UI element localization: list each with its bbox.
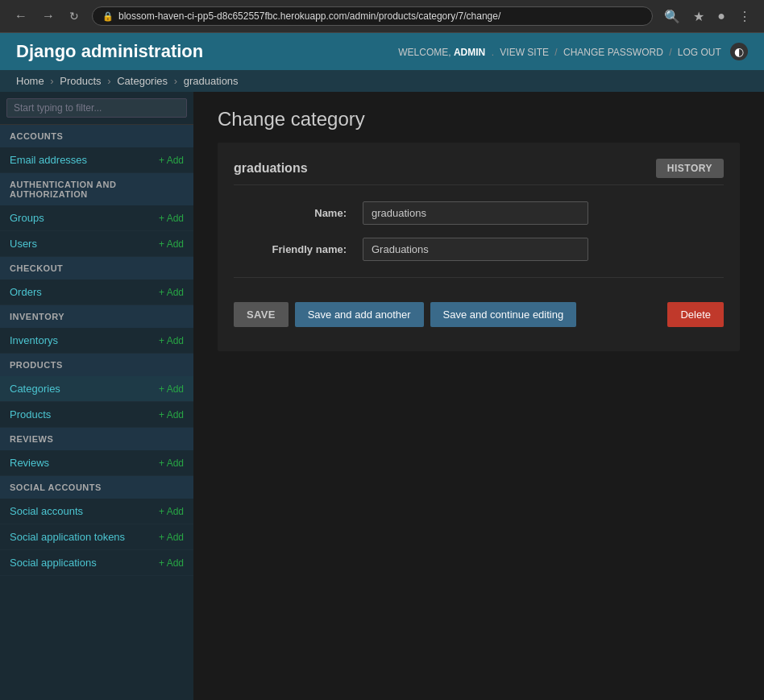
sidebar-label-social-application-tokens: Social application tokens [10, 531, 125, 543]
add-categories-link[interactable]: + Add [159, 383, 184, 395]
delete-button[interactable]: Delete [667, 302, 724, 327]
sidebar-section-checkout: CHECKOUT [0, 257, 193, 280]
log-out-link[interactable]: LOG OUT [678, 47, 721, 58]
sidebar-label-email-addresses: Email addresses [10, 154, 87, 166]
theme-toggle-button[interactable]: ◐ [730, 43, 748, 60]
content-inner: graduations HISTORY Name: Friendly name:… [218, 143, 740, 351]
back-button[interactable]: ← [10, 7, 32, 25]
add-users-link[interactable]: + Add [159, 238, 184, 250]
sidebar-section-auth: AUTHENTICATION AND AUTHORIZATION [0, 173, 193, 205]
browser-action-buttons: 🔍 ★ ● ⋮ [661, 7, 754, 26]
search-browser-button[interactable]: 🔍 [661, 7, 683, 26]
breadcrumb-current: graduations [184, 75, 239, 87]
user-info: WELCOME, ADMIN . VIEW SITE / CHANGE PASS… [398, 43, 748, 60]
sidebar-label-reviews: Reviews [10, 457, 49, 469]
sidebar-label-categories: Categories [10, 383, 60, 395]
name-label: Name: [234, 207, 347, 219]
save-and-add-button[interactable]: Save and add another [295, 302, 424, 327]
change-password-link[interactable]: CHANGE PASSWORD [563, 47, 663, 58]
welcome-text: WELCOME, [398, 47, 451, 58]
sidebar-section-social-accounts: SOCIAL ACCOUNTS [0, 476, 193, 499]
friendly-name-input[interactable] [363, 238, 588, 261]
add-orders-link[interactable]: + Add [159, 287, 184, 298]
breadcrumb-products[interactable]: Products [60, 75, 101, 87]
name-field-row: Name: [234, 201, 724, 225]
separator3: / [669, 47, 671, 58]
sidebar-item-social-application-tokens[interactable]: Social application tokens + Add [0, 524, 193, 550]
sidebar-label-social-accounts: Social accounts [10, 505, 83, 517]
sidebar: ACCOUNTS Email addresses + Add AUTHENTIC… [0, 92, 193, 700]
add-social-tokens-link[interactable]: + Add [159, 532, 184, 543]
sidebar-item-orders[interactable]: Orders + Add [0, 280, 193, 305]
sidebar-item-social-applications[interactable]: Social applications + Add [0, 550, 193, 576]
sidebar-item-reviews[interactable]: Reviews + Add [0, 450, 193, 476]
add-groups-link[interactable]: + Add [159, 213, 184, 224]
add-social-apps-link[interactable]: + Add [159, 557, 184, 569]
url-bar[interactable]: 🔒 blossom-haven-ci-pp5-d8c652557fbc.hero… [92, 6, 653, 26]
action-bar: SAVE Save and add another Save and conti… [234, 294, 724, 335]
breadcrumb-home[interactable]: Home [16, 75, 44, 87]
friendly-name-field-row: Friendly name: [234, 238, 724, 261]
object-name: graduations [234, 161, 308, 176]
object-name-bar: graduations HISTORY [234, 159, 724, 185]
sidebar-item-inventorys[interactable]: Inventorys + Add [0, 328, 193, 354]
profile-button[interactable]: ● [714, 7, 729, 25]
separator1: . [492, 47, 494, 58]
add-email-addresses-link[interactable]: + Add [159, 155, 184, 166]
sidebar-item-groups[interactable]: Groups + Add [0, 205, 193, 231]
breadcrumb-sep1: › [50, 75, 53, 87]
view-site-link[interactable]: VIEW SITE [500, 47, 549, 58]
breadcrumb-sep2: › [107, 75, 110, 87]
sidebar-section-products: PRODUCTS [0, 354, 193, 376]
history-button[interactable]: HISTORY [656, 159, 724, 178]
sidebar-item-email-addresses[interactable]: Email addresses + Add [0, 147, 193, 173]
sidebar-item-categories[interactable]: Categories + Add [0, 376, 193, 402]
sidebar-filter [0, 92, 193, 125]
breadcrumb-categories[interactable]: Categories [117, 75, 168, 87]
content-area: Change category graduations HISTORY Name… [193, 92, 764, 700]
sidebar-label-groups: Groups [10, 212, 44, 224]
lock-icon: 🔒 [102, 11, 114, 22]
add-social-accounts-link[interactable]: + Add [159, 506, 184, 517]
username: ADMIN [454, 47, 485, 58]
form-divider [234, 277, 724, 278]
sidebar-item-users[interactable]: Users + Add [0, 231, 193, 257]
sidebar-filter-input[interactable] [6, 98, 187, 118]
forward-button[interactable]: → [37, 7, 60, 25]
breadcrumb-sep3: › [174, 75, 177, 87]
separator2: / [554, 47, 557, 58]
save-and-continue-button[interactable]: Save and continue editing [430, 302, 577, 327]
reload-button[interactable]: ↻ [64, 7, 84, 25]
sidebar-section-inventory: INVENTORY [0, 305, 193, 328]
sidebar-label-orders: Orders [10, 286, 42, 298]
breadcrumb: Home › Products › Categories › graduatio… [0, 70, 764, 92]
friendly-name-label: Friendly name: [234, 243, 347, 255]
django-header: Django administration WELCOME, ADMIN . V… [0, 33, 764, 70]
add-reviews-link[interactable]: + Add [159, 458, 184, 469]
add-products-link[interactable]: + Add [159, 409, 184, 420]
sidebar-section-accounts: ACCOUNTS [0, 125, 193, 147]
url-text: blossom-haven-ci-pp5-d8c652557fbc.heroku… [118, 10, 642, 22]
nav-buttons: ← → ↻ [10, 7, 84, 25]
sidebar-item-social-accounts[interactable]: Social accounts + Add [0, 499, 193, 524]
page-title: Change category [218, 108, 740, 130]
sidebar-label-products: Products [10, 408, 51, 420]
bookmark-button[interactable]: ★ [690, 7, 708, 26]
add-inventorys-link[interactable]: + Add [159, 335, 184, 346]
sidebar-section-reviews: REVIEWS [0, 428, 193, 450]
sidebar-label-social-applications: Social applications [10, 557, 97, 569]
name-input[interactable] [363, 201, 588, 225]
main-layout: ACCOUNTS Email addresses + Add AUTHENTIC… [0, 92, 764, 700]
menu-button[interactable]: ⋮ [735, 7, 754, 26]
sidebar-label-users: Users [10, 238, 37, 250]
sidebar-item-products[interactable]: Products + Add [0, 402, 193, 428]
save-button[interactable]: SAVE [234, 302, 289, 327]
browser-chrome: ← → ↻ 🔒 blossom-haven-ci-pp5-d8c652557fb… [0, 0, 764, 33]
sidebar-label-inventorys: Inventorys [10, 334, 58, 346]
site-title: Django administration [16, 41, 203, 62]
